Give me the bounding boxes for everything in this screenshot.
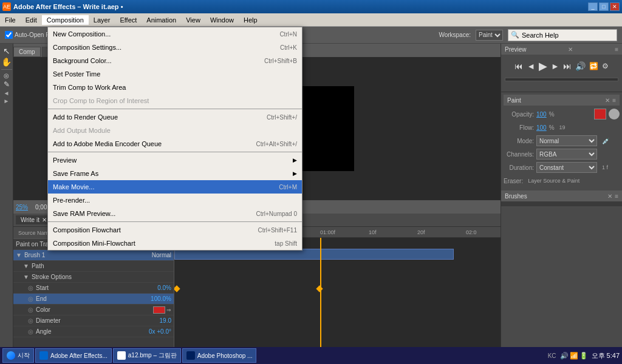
color-swatch[interactable] <box>153 306 165 314</box>
expand-icon-brush1[interactable]: ▼ <box>16 252 22 258</box>
dd-make-movie[interactable]: Make Movie... Ctrl+M <box>48 180 302 194</box>
layer-row-brush1[interactable]: ▼ Brush 1 Normal <box>13 250 174 261</box>
anim-icon-start[interactable]: ◎ <box>28 285 33 291</box>
flow-row: Flow: 100 % 19 <box>504 121 620 133</box>
preview-forward[interactable]: ⏭ <box>563 61 572 71</box>
menu-view[interactable]: View <box>181 15 205 25</box>
layer-row-path[interactable]: ▼ Path <box>13 261 174 272</box>
dd-preview[interactable]: Preview ▶ <box>48 153 302 167</box>
playhead[interactable] <box>320 238 321 347</box>
dd-comp-flowchart[interactable]: Composition Flowchart Ctrl+Shift+F11 <box>48 223 302 237</box>
color-picker-circle[interactable] <box>609 109 620 120</box>
dd-save-frame-as[interactable]: Save Frame As ▶ <box>48 167 302 180</box>
dd-add-render-queue[interactable]: Add to Render Queue Ctrl+Shift+/ <box>48 110 302 124</box>
tray-icon1[interactable]: 🔊 <box>560 352 569 360</box>
anim-icon-end[interactable]: ◎ <box>28 295 33 302</box>
timeline-tab-label: Write it <box>21 217 39 223</box>
dd-pre-render[interactable]: Pre-render... <box>48 194 302 207</box>
preview-next-frame[interactable]: ► <box>551 61 559 71</box>
preview-menu[interactable]: ≡ <box>615 46 618 53</box>
channels-select[interactable]: RGBA <box>536 149 597 160</box>
paint-menu[interactable]: ≡ <box>612 97 616 104</box>
keyframe-end[interactable] <box>316 285 323 292</box>
expand-icon-path[interactable]: ▼ <box>23 263 29 269</box>
preview-play[interactable]: ▶ <box>539 59 547 73</box>
dd-save-ram-preview[interactable]: Save RAM Preview... Ctrl+Numpad 0 <box>48 207 302 220</box>
duration-select[interactable]: Constant <box>536 162 597 173</box>
anim-icon-color[interactable]: ◎ <box>28 306 33 313</box>
tab-composition[interactable]: Comp <box>13 47 41 57</box>
dd-set-poster-time[interactable]: Set Poster Time <box>48 67 302 81</box>
foreground-color-swatch[interactable] <box>594 109 606 120</box>
workspace-select[interactable]: Paint <box>476 30 503 41</box>
anim-icon-diameter[interactable]: ◎ <box>28 317 33 324</box>
brushes-controls: ✕ ≡ <box>607 193 618 200</box>
menu-layer[interactable]: Layer <box>89 15 115 25</box>
search-bar[interactable]: 🔍 Search Help <box>508 29 617 41</box>
taskbar-ae[interactable]: Adobe After Effects... <box>35 348 112 363</box>
tray-icon2[interactable]: 📶 <box>570 352 578 360</box>
layer-row-angle[interactable]: ◎ Angle 0x +0.0° <box>13 326 174 337</box>
auto-open-checkbox[interactable] <box>5 31 13 39</box>
menu-help[interactable]: Help <box>239 15 262 25</box>
opacity-value[interactable]: 100 <box>536 111 547 118</box>
menu-composition[interactable]: Composition <box>42 15 89 25</box>
tool-select[interactable]: ↖ <box>3 46 10 56</box>
layer-row-start[interactable]: ◎ Start 0.0% <box>13 283 174 294</box>
start-menu[interactable]: 시작 <box>2 348 34 363</box>
color-link[interactable]: ⇒ <box>166 307 171 313</box>
mode-select[interactable]: Normal <box>536 135 597 146</box>
taskbar-ps[interactable]: Adobe Photoshop ... <box>182 348 257 363</box>
close-button[interactable]: ✕ <box>610 2 620 11</box>
brushes-content <box>501 201 622 206</box>
flow-value[interactable]: 100 <box>536 124 547 131</box>
preview-close[interactable]: ✕ <box>568 46 573 53</box>
ps-icon <box>186 351 195 360</box>
menu-file[interactable]: File <box>0 15 21 25</box>
tool-nav-left[interactable]: ◄ <box>4 90 10 96</box>
preview-prev-frame[interactable]: ◄ <box>527 61 535 71</box>
dd-trim-comp[interactable]: Trim Comp to Work Area <box>48 81 302 94</box>
tool-brush[interactable]: ✎ <box>4 80 10 89</box>
menu-animation[interactable]: Animation <box>142 15 181 25</box>
dd-new-composition[interactable]: New Composition... Ctrl+N <box>48 27 302 41</box>
brushes-close[interactable]: ✕ <box>607 193 612 200</box>
menu-window[interactable]: Window <box>205 15 239 25</box>
paint-close[interactable]: ✕ <box>605 97 610 104</box>
window-controls[interactable]: _ □ ✕ <box>588 2 620 11</box>
preview-rewind[interactable]: ⏮ <box>514 61 523 71</box>
minimize-button[interactable]: _ <box>588 2 598 11</box>
layer-row-end[interactable]: ◎ End 100.0% <box>13 294 174 305</box>
menu-effect[interactable]: Effect <box>115 15 142 25</box>
taskbar-paint[interactable]: a12.bmp – 그림판 <box>113 348 181 363</box>
dd-sep1 <box>48 109 302 109</box>
tool-hand[interactable]: ✋ <box>1 57 12 67</box>
anim-icon-angle[interactable]: ◎ <box>28 328 33 335</box>
timeline-tab-write-it[interactable]: Write it ✕ <box>16 215 52 224</box>
preview-settings[interactable]: ⚙ <box>602 62 609 70</box>
dd-background-color[interactable]: Background Color... Ctrl+Shift+B <box>48 54 302 67</box>
brushes-menu[interactable]: ≡ <box>615 193 618 200</box>
close-tab-icon[interactable]: ✕ <box>42 217 47 223</box>
keyframe-start[interactable] <box>174 285 180 292</box>
dd-add-media-encoder[interactable]: Add to Adobe Media Encoder Queue Ctrl+Al… <box>48 137 302 150</box>
layer-row-color[interactable]: ◎ Color ⇒ <box>13 305 174 315</box>
preview-loop[interactable]: 🔁 <box>589 62 598 70</box>
tool-comp[interactable]: ◎ <box>4 72 9 79</box>
menu-edit[interactable]: Edit <box>21 15 42 25</box>
eraser-label: Eraser: <box>504 178 523 184</box>
mode-eyedropper[interactable]: 💉 <box>602 138 609 144</box>
layer-row-stroke[interactable]: ▼ Stroke Options <box>13 272 174 283</box>
tray-icon3[interactable]: 🔋 <box>579 352 588 360</box>
preview-title: Preview <box>505 46 527 53</box>
preview-audio[interactable]: 🔊 <box>575 61 586 71</box>
ruler-20f-2: 20f <box>417 229 425 235</box>
dd-composition-settings[interactable]: Composition Settings... Ctrl+K <box>48 41 302 54</box>
maximize-button[interactable]: □ <box>599 2 609 11</box>
tool-nav-right[interactable]: ► <box>4 98 10 104</box>
zoom-level[interactable]: 25% <box>16 204 28 211</box>
expand-icon-stroke[interactable]: ▼ <box>23 274 29 280</box>
layer-row-diameter[interactable]: ◎ Diameter 19.0 <box>13 315 174 326</box>
num-display: 19 <box>559 124 566 130</box>
dd-comp-mini-flowchart[interactable]: Composition Mini-Flowchart tap Shift <box>48 237 302 250</box>
